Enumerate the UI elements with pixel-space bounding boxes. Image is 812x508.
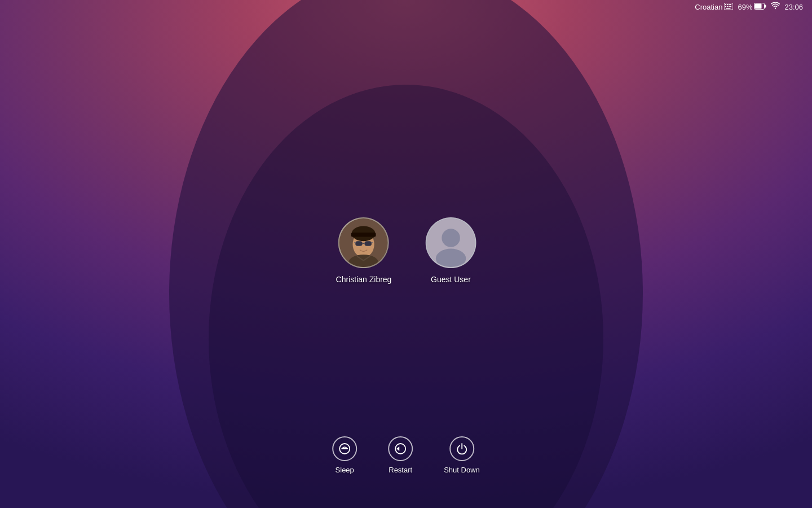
user-item-guest[interactable]: Guest User	[425, 217, 476, 284]
sleep-label: Sleep	[336, 466, 354, 474]
keyboard-indicator: Croatian	[695, 3, 733, 11]
svg-rect-5	[727, 4, 728, 5]
wifi-indicator	[771, 2, 780, 11]
svg-point-29	[436, 249, 466, 268]
svg-rect-8	[725, 6, 726, 7]
svg-rect-20	[351, 233, 376, 237]
restart-button[interactable]: Restart	[388, 436, 413, 474]
shutdown-icon-container	[449, 436, 474, 461]
keyboard-icon	[724, 3, 733, 11]
users-container: Christian Zibreg Guest User	[336, 217, 476, 284]
sleep-icon	[338, 443, 351, 455]
battery-percentage: 69%	[738, 3, 752, 11]
shutdown-button[interactable]: Shut Down	[444, 436, 480, 474]
power-icon	[456, 443, 468, 455]
svg-line-25	[372, 242, 373, 243]
svg-rect-15	[755, 3, 762, 8]
clock: 23:06	[784, 3, 803, 11]
svg-point-28	[442, 229, 460, 247]
wifi-icon	[771, 2, 780, 11]
svg-rect-7	[730, 4, 731, 5]
battery-indicator: 69%	[738, 3, 766, 11]
user-name-christian: Christian Zibreg	[336, 275, 392, 284]
user-avatar-christian	[338, 217, 389, 268]
user-avatar-guest	[425, 217, 476, 268]
svg-rect-10	[729, 6, 730, 7]
svg-rect-22	[365, 241, 372, 246]
restart-icon-container	[388, 436, 413, 461]
user-item-christian[interactable]: Christian Zibreg	[336, 217, 392, 284]
time-display: 23:06	[784, 3, 803, 11]
svg-rect-14	[765, 5, 766, 7]
sleep-icon-container	[332, 436, 357, 461]
restart-icon	[394, 443, 407, 455]
svg-marker-33	[396, 446, 399, 451]
svg-rect-21	[356, 241, 363, 246]
user-name-guest: Guest User	[431, 275, 471, 284]
sleep-button[interactable]: Sleep	[332, 436, 357, 474]
svg-point-16	[775, 8, 776, 9]
shutdown-label: Shut Down	[444, 466, 480, 474]
bottom-controls: Sleep Restart Shut Down	[332, 436, 480, 474]
svg-rect-9	[727, 6, 728, 7]
svg-rect-4	[725, 4, 726, 5]
restart-label: Restart	[389, 466, 412, 474]
status-bar: Croatian 69%	[686, 0, 812, 14]
svg-rect-6	[729, 4, 730, 5]
svg-rect-11	[730, 6, 731, 7]
svg-line-24	[355, 242, 356, 243]
svg-rect-12	[726, 8, 731, 9]
keyboard-label: Croatian	[695, 3, 722, 11]
battery-icon	[754, 3, 766, 11]
